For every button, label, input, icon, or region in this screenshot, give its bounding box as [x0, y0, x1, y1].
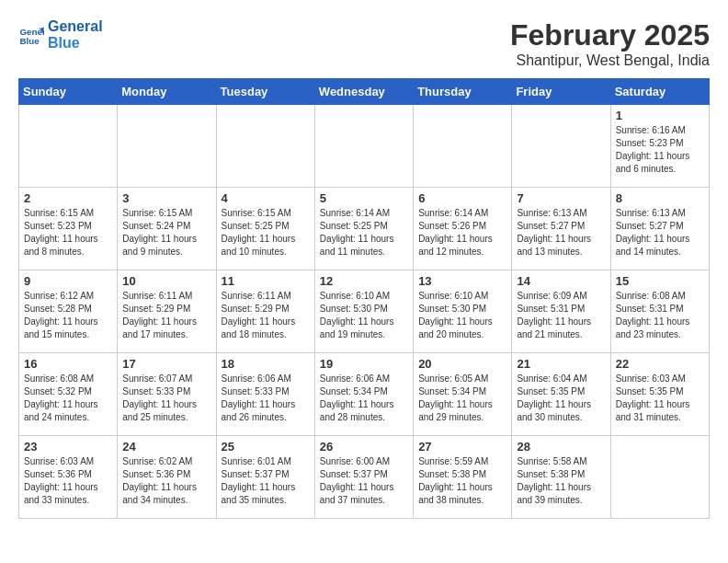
day-info: Sunrise: 6:15 AM Sunset: 5:24 PM Dayligh… [122, 207, 210, 259]
day-number: 18 [222, 357, 310, 371]
day-info: Sunrise: 6:15 AM Sunset: 5:23 PM Dayligh… [24, 207, 112, 259]
day-number: 9 [24, 274, 112, 288]
day-number: 14 [517, 274, 605, 288]
day-number: 10 [122, 274, 210, 288]
day-info: Sunrise: 6:10 AM Sunset: 5:30 PM Dayligh… [320, 290, 408, 341]
calendar-subtitle: Shantipur, West Bengal, India [510, 52, 710, 69]
title-area: February 2025 Shantipur, West Bengal, In… [510, 18, 710, 69]
logo-line1: General [48, 18, 103, 35]
day-info: Sunrise: 6:05 AM Sunset: 5:34 PM Dayligh… [418, 373, 506, 424]
calendar-cell [610, 436, 709, 519]
day-info: Sunrise: 6:07 AM Sunset: 5:33 PM Dayligh… [122, 373, 210, 424]
day-number: 21 [517, 357, 605, 371]
calendar-cell: 27Sunrise: 5:59 AM Sunset: 5:38 PM Dayli… [414, 436, 512, 519]
calendar-cell [216, 105, 314, 188]
calendar-cell: 19Sunrise: 6:06 AM Sunset: 5:34 PM Dayli… [314, 353, 413, 436]
day-number: 6 [418, 191, 506, 205]
calendar-cell: 8Sunrise: 6:13 AM Sunset: 5:27 PM Daylig… [610, 188, 709, 270]
calendar-cell: 12Sunrise: 6:10 AM Sunset: 5:30 PM Dayli… [314, 270, 413, 353]
calendar-cell: 10Sunrise: 6:11 AM Sunset: 5:29 PM Dayli… [118, 270, 216, 353]
calendar-cell: 23Sunrise: 6:03 AM Sunset: 5:36 PM Dayli… [19, 436, 118, 519]
day-info: Sunrise: 6:03 AM Sunset: 5:35 PM Dayligh… [616, 373, 704, 424]
calendar-cell: 28Sunrise: 5:58 AM Sunset: 5:38 PM Dayli… [512, 436, 610, 519]
calendar-cell: 5Sunrise: 6:14 AM Sunset: 5:25 PM Daylig… [314, 188, 413, 270]
day-number: 28 [517, 440, 605, 454]
day-info: Sunrise: 6:06 AM Sunset: 5:34 PM Dayligh… [320, 373, 408, 424]
day-info: Sunrise: 6:10 AM Sunset: 5:30 PM Dayligh… [418, 290, 506, 341]
day-number: 5 [320, 191, 408, 205]
day-number: 27 [418, 440, 506, 454]
calendar-cell: 7Sunrise: 6:13 AM Sunset: 5:27 PM Daylig… [512, 188, 610, 270]
calendar-cell: 25Sunrise: 6:01 AM Sunset: 5:37 PM Dayli… [216, 436, 314, 519]
day-info: Sunrise: 5:58 AM Sunset: 5:38 PM Dayligh… [517, 455, 605, 507]
day-number: 24 [122, 440, 210, 454]
calendar-cell: 9Sunrise: 6:12 AM Sunset: 5:28 PM Daylig… [19, 270, 118, 353]
day-number: 12 [320, 274, 408, 288]
calendar-cell: 17Sunrise: 6:07 AM Sunset: 5:33 PM Dayli… [118, 353, 216, 436]
calendar-cell: 16Sunrise: 6:08 AM Sunset: 5:32 PM Dayli… [19, 353, 118, 436]
calendar-cell: 18Sunrise: 6:06 AM Sunset: 5:33 PM Dayli… [216, 353, 314, 436]
day-number: 23 [24, 440, 112, 454]
day-number: 11 [222, 274, 310, 288]
day-number: 22 [616, 357, 704, 371]
calendar-cell: 1Sunrise: 6:16 AM Sunset: 5:23 PM Daylig… [610, 105, 709, 188]
day-info: Sunrise: 6:00 AM Sunset: 5:37 PM Dayligh… [320, 455, 408, 507]
weekday-header-thursday: Thursday [414, 79, 512, 105]
day-number: 15 [616, 274, 704, 288]
weekday-header-row: SundayMondayTuesdayWednesdayThursdayFrid… [19, 79, 710, 105]
day-info: Sunrise: 5:59 AM Sunset: 5:38 PM Dayligh… [418, 455, 506, 507]
day-number: 26 [320, 440, 408, 454]
day-number: 3 [122, 191, 210, 205]
calendar-cell: 24Sunrise: 6:02 AM Sunset: 5:36 PM Dayli… [118, 436, 216, 519]
calendar-week-2: 2Sunrise: 6:15 AM Sunset: 5:23 PM Daylig… [19, 188, 710, 270]
day-info: Sunrise: 6:13 AM Sunset: 5:27 PM Dayligh… [616, 207, 704, 259]
day-info: Sunrise: 6:16 AM Sunset: 5:23 PM Dayligh… [616, 124, 704, 176]
logo: General Blue General Blue [18, 18, 103, 51]
calendar-cell [414, 105, 512, 188]
day-number: 1 [616, 109, 704, 122]
calendar-cell [19, 105, 118, 188]
calendar-week-1: 1Sunrise: 6:16 AM Sunset: 5:23 PM Daylig… [19, 105, 710, 188]
calendar-cell: 2Sunrise: 6:15 AM Sunset: 5:23 PM Daylig… [19, 188, 118, 270]
calendar-week-3: 9Sunrise: 6:12 AM Sunset: 5:28 PM Daylig… [19, 270, 710, 353]
day-info: Sunrise: 6:01 AM Sunset: 5:37 PM Dayligh… [222, 455, 310, 507]
calendar-cell: 21Sunrise: 6:04 AM Sunset: 5:35 PM Dayli… [512, 353, 610, 436]
day-info: Sunrise: 6:15 AM Sunset: 5:25 PM Dayligh… [222, 207, 310, 259]
day-info: Sunrise: 6:11 AM Sunset: 5:29 PM Dayligh… [222, 290, 310, 341]
day-info: Sunrise: 6:06 AM Sunset: 5:33 PM Dayligh… [222, 373, 310, 424]
logo-line2: Blue [48, 35, 103, 52]
weekday-header-tuesday: Tuesday [216, 79, 314, 105]
day-info: Sunrise: 6:08 AM Sunset: 5:31 PM Dayligh… [616, 290, 704, 341]
day-info: Sunrise: 6:12 AM Sunset: 5:28 PM Dayligh… [24, 290, 112, 341]
calendar-cell [314, 105, 413, 188]
calendar-week-4: 16Sunrise: 6:08 AM Sunset: 5:32 PM Dayli… [19, 353, 710, 436]
day-info: Sunrise: 6:11 AM Sunset: 5:29 PM Dayligh… [122, 290, 210, 341]
header: General Blue General Blue February 2025 … [18, 18, 710, 69]
day-number: 4 [222, 191, 310, 205]
day-info: Sunrise: 6:09 AM Sunset: 5:31 PM Dayligh… [517, 290, 605, 341]
day-number: 19 [320, 357, 408, 371]
weekday-header-sunday: Sunday [19, 79, 118, 105]
logo-icon: General Blue [18, 22, 44, 48]
calendar-body: 1Sunrise: 6:16 AM Sunset: 5:23 PM Daylig… [19, 105, 710, 519]
calendar-title: February 2025 [510, 18, 710, 52]
day-number: 20 [418, 357, 506, 371]
calendar-cell: 26Sunrise: 6:00 AM Sunset: 5:37 PM Dayli… [314, 436, 413, 519]
calendar-cell [118, 105, 216, 188]
weekday-header-monday: Monday [118, 79, 216, 105]
calendar-cell: 11Sunrise: 6:11 AM Sunset: 5:29 PM Dayli… [216, 270, 314, 353]
day-info: Sunrise: 6:14 AM Sunset: 5:26 PM Dayligh… [418, 207, 506, 259]
svg-text:Blue: Blue [19, 35, 40, 45]
day-info: Sunrise: 6:08 AM Sunset: 5:32 PM Dayligh… [24, 373, 112, 424]
calendar-cell: 22Sunrise: 6:03 AM Sunset: 5:35 PM Dayli… [610, 353, 709, 436]
day-number: 17 [122, 357, 210, 371]
calendar-cell [512, 105, 610, 188]
day-number: 16 [24, 357, 112, 371]
calendar-cell: 6Sunrise: 6:14 AM Sunset: 5:26 PM Daylig… [414, 188, 512, 270]
weekday-header-friday: Friday [512, 79, 610, 105]
calendar-table: SundayMondayTuesdayWednesdayThursdayFrid… [18, 78, 710, 519]
day-number: 2 [24, 191, 112, 205]
day-number: 13 [418, 274, 506, 288]
calendar-cell: 3Sunrise: 6:15 AM Sunset: 5:24 PM Daylig… [118, 188, 216, 270]
calendar-cell: 4Sunrise: 6:15 AM Sunset: 5:25 PM Daylig… [216, 188, 314, 270]
